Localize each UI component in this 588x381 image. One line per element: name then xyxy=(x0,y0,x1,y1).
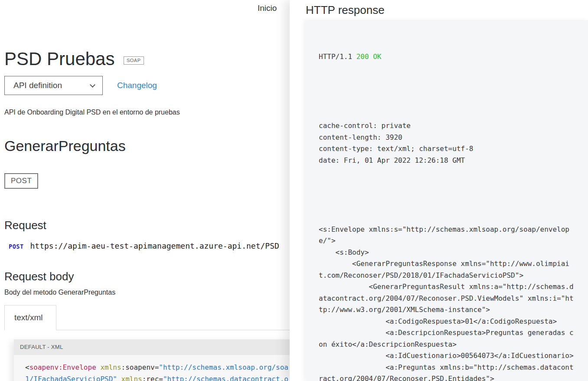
http-response-panel: HTTP response HTTP/1.1 200 OK cache-cont… xyxy=(290,0,588,381)
request-url: https://apim-aeu-test-apimanagement.azur… xyxy=(30,241,279,250)
api-title: PSD Pruebas xyxy=(4,49,114,69)
response-headers: cache-control: private content-length: 3… xyxy=(319,120,580,166)
http-response-title: HTTP response xyxy=(306,3,588,17)
chevron-down-icon xyxy=(90,82,95,88)
api-type-badge: SOAP xyxy=(124,56,144,65)
status-protocol: HTTP/1.1 xyxy=(319,53,356,61)
changelog-link[interactable]: Changelog xyxy=(117,81,157,90)
api-definition-select-value: API definition xyxy=(13,81,62,90)
request-method-label: POST xyxy=(9,243,24,250)
nav-item-home[interactable]: Inicio xyxy=(258,3,277,13)
status-code: 200 OK xyxy=(356,53,382,61)
api-definition-select[interactable]: API definition xyxy=(4,76,103,95)
http-response-code-block: HTTP/1.1 200 OK cache-control: private c… xyxy=(306,20,588,381)
blank-line xyxy=(319,86,580,98)
operation-method-badge: POST xyxy=(4,173,38,189)
status-line: HTTP/1.1 200 OK xyxy=(319,51,580,63)
tab-text-xml[interactable]: text/xml xyxy=(4,305,56,330)
blank-line xyxy=(319,189,580,201)
response-body-xml: <s:Envelope xmlns:s="http://schemas.xmls… xyxy=(319,224,580,381)
